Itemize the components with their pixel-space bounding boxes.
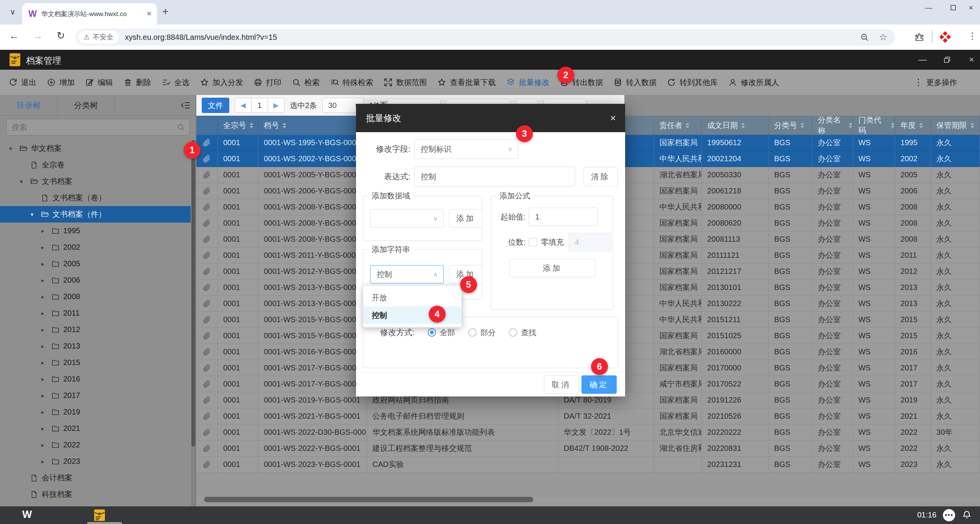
cancel-button[interactable]: 取消 [544, 375, 578, 394]
dialog-close-icon[interactable]: × [610, 112, 616, 124]
horizontal-scrollbar-thumb[interactable] [204, 497, 533, 502]
taskbar-w-app-icon[interactable]: W [22, 509, 32, 521]
tree-node-文书档案（件）[interactable]: ▾文书档案（件） [0, 206, 191, 223]
tree-node-全宗卷[interactable]: 全宗卷 [0, 157, 191, 173]
attachment-cell[interactable] [196, 408, 218, 424]
toolbar-item-数据范围[interactable]: 数据范围 [384, 77, 427, 88]
toolbar-item-更多操作[interactable]: ⋮更多操作 [914, 77, 957, 88]
tree-node-文书档案[interactable]: ▾文书档案 [0, 173, 191, 190]
file-view-button[interactable]: 文件 [202, 98, 229, 113]
dropdown-option-开放[interactable]: 开放 [363, 289, 461, 306]
next-page-icon[interactable]: ▶ [268, 98, 284, 113]
attachment-cell[interactable] [196, 360, 218, 376]
expression-input[interactable]: 控制 [414, 167, 575, 187]
tree-node-会计档案[interactable]: 会计档案 [0, 470, 191, 486]
tree-node-科技档案[interactable]: 科技档案 [0, 486, 191, 503]
attachment-cell[interactable] [196, 231, 218, 247]
tree-node-2016[interactable]: ▸2016 [0, 371, 191, 387]
caret-right-icon[interactable]: ▸ [41, 310, 51, 317]
bookmark-star-icon[interactable]: ☆ [879, 32, 887, 43]
taskbar-archive-app-icon[interactable] [94, 509, 105, 521]
sort-carets-icon[interactable] [283, 123, 286, 128]
caret-down-icon[interactable]: ▾ [31, 211, 41, 218]
mode-radio-部分[interactable]: 部分 [468, 328, 496, 338]
attachment-cell[interactable] [196, 457, 218, 473]
attachment-cell[interactable] [196, 376, 218, 392]
tab-search-button[interactable]: ∨ [5, 5, 20, 18]
start-value-input[interactable]: 1 [529, 208, 598, 226]
sort-carets-icon[interactable] [970, 123, 974, 128]
attachment-cell[interactable] [196, 296, 218, 312]
dropdown-option-控制[interactable]: 控制 [363, 306, 461, 324]
column-header-责任者[interactable]: 责任者 [654, 116, 702, 135]
new-tab-button[interactable]: + [162, 5, 168, 18]
confirm-button[interactable]: 确定 [581, 375, 617, 394]
add-datafield-button[interactable]: 添加 [449, 209, 483, 228]
caret-right-icon[interactable]: ▸ [41, 425, 51, 432]
app-restore-icon[interactable] [939, 54, 956, 65]
chat-bubble-icon[interactable]: ••• [943, 509, 955, 521]
radio-icon[interactable] [468, 328, 477, 337]
toolbar-item-批量修改[interactable]: 批量修改 [506, 77, 549, 88]
tab-close-icon[interactable]: × [147, 9, 152, 19]
sort-carets-icon[interactable] [741, 123, 745, 128]
caret-right-icon[interactable]: ▸ [41, 409, 51, 416]
toolbar-item-打印[interactable]: 打印 [253, 77, 281, 88]
tree-node-华文档案[interactable]: ▾华文档案 [0, 140, 191, 157]
tree-node-2002[interactable]: ▸2002 [0, 239, 191, 255]
caret-right-icon[interactable]: ▸ [41, 277, 51, 284]
caret-right-icon[interactable]: ▸ [41, 359, 51, 366]
sort-carets-icon[interactable] [891, 123, 895, 128]
column-header-全宗号[interactable]: 全宗号 [218, 116, 258, 135]
mode-radio-全部[interactable]: 全部 [428, 328, 455, 338]
forward-icon[interactable]: → [33, 30, 43, 42]
toolbar-item-检索[interactable]: 检索 [292, 77, 320, 88]
sidebar-tab-分类树[interactable]: 分类树 [57, 95, 115, 116]
attachment-cell[interactable] [196, 183, 218, 199]
caret-right-icon[interactable]: ▸ [41, 376, 51, 383]
tree-node-1995[interactable]: ▸1995 [0, 223, 191, 239]
toolbar-item-转入数据[interactable]: 转入数据 [613, 77, 657, 88]
table-row[interactable]: 00010001-WS·2022-D30-BGS-0001华文档案系统网络版标准… [196, 424, 980, 440]
current-page[interactable]: 1 [251, 98, 268, 113]
app-close-icon[interactable]: × [963, 54, 980, 65]
add-formula-button[interactable]: 添加 [510, 259, 595, 277]
column-header-成文日期[interactable]: 成文日期 [702, 116, 769, 135]
toolbar-item-退出[interactable]: 退出 [8, 77, 36, 88]
toolbar-item-编辑[interactable]: 编辑 [85, 77, 113, 88]
table-row[interactable]: 00010001-WS·2023-Y-BGS-0001CAD实验20231231… [196, 457, 980, 473]
caret-right-icon[interactable]: ▸ [41, 228, 51, 234]
attachment-cell[interactable] [196, 440, 218, 457]
caret-right-icon[interactable]: ▸ [41, 244, 51, 251]
radio-checked-icon[interactable] [428, 328, 436, 337]
toolbar-item-转到其他库[interactable]: 转到其他库 [667, 77, 718, 88]
back-icon[interactable]: ← [9, 30, 19, 42]
attachment-cell[interactable] [196, 328, 218, 344]
extensions-puzzle-icon[interactable] [914, 32, 924, 42]
tree-node-2022[interactable]: ▸2022 [0, 437, 191, 453]
app-minimize-icon[interactable]: — [914, 54, 931, 65]
attachment-cell[interactable] [196, 312, 218, 328]
browser-close-button[interactable]: × [960, 0, 980, 15]
notification-bell-icon[interactable] [962, 510, 972, 520]
table-row[interactable]: 00010001-WS·2022-Y-BGS-0001建设工程档案整理与移交规范… [196, 440, 980, 457]
caret-right-icon[interactable]: ▸ [41, 442, 51, 449]
table-row[interactable]: 00010001-WS·2021-Y-BGS-0001公务电子邮件归档管理规则D… [196, 408, 980, 424]
address-bar[interactable]: ⚠ 不安全 xysh.eu.org:8848/Lams/vue/index.ht… [76, 29, 895, 46]
attachment-cell[interactable] [196, 199, 218, 215]
tree-node-2015[interactable]: ▸2015 [0, 354, 191, 371]
sidebar-scrollbar-thumb[interactable] [191, 140, 195, 447]
extension-diamond-icon[interactable] [939, 31, 951, 43]
tree-node-2013[interactable]: ▸2013 [0, 338, 191, 354]
sort-carets-icon[interactable] [800, 123, 804, 128]
reload-icon[interactable]: ↻ [57, 30, 65, 42]
browser-menu-kebab-icon[interactable]: ⋮ [968, 31, 977, 41]
column-header-分类号[interactable]: 分类号 [769, 116, 812, 135]
tree-node-文书档案（卷）[interactable]: 文书档案（卷） [0, 190, 191, 206]
caret-right-icon[interactable]: ▸ [41, 392, 51, 399]
column-header-年度[interactable]: 年度 [895, 116, 931, 135]
zoom-icon[interactable] [860, 33, 869, 42]
attachment-cell[interactable] [196, 280, 218, 296]
attachment-cell[interactable] [196, 424, 218, 440]
tree-node-2006[interactable]: ▸2006 [0, 272, 191, 288]
